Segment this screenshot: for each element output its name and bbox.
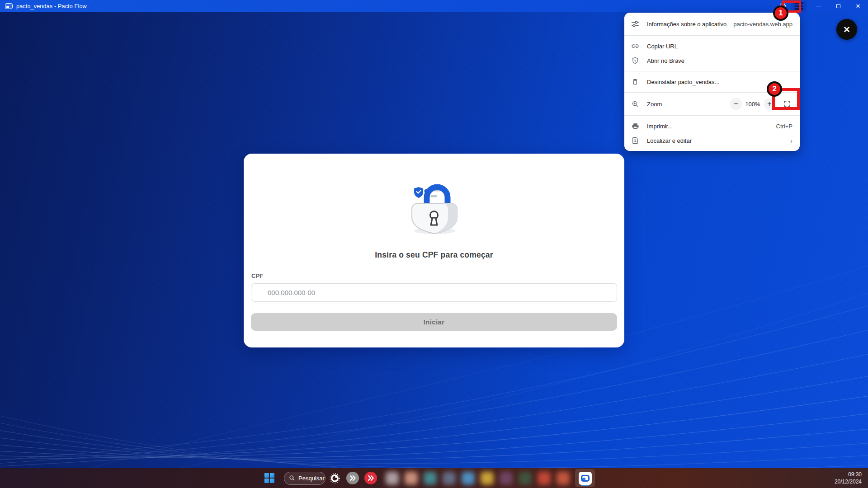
minimize-button[interactable]: [808, 0, 828, 12]
blurred-app-icon[interactable]: [557, 472, 570, 485]
restore-button[interactable]: [828, 0, 848, 12]
taskbar-app-gauge[interactable]: [326, 469, 344, 487]
menu-item-label: Abrir no Brave: [647, 57, 684, 64]
submenu-chevron-icon: ›: [790, 137, 793, 145]
taskbar-clock[interactable]: 09:30 20/12/2024: [835, 468, 862, 488]
gauge-icon: [329, 472, 341, 484]
blurred-app-icon[interactable]: [424, 472, 437, 485]
clock-date: 20/12/2024: [835, 478, 862, 485]
menu-item-label: Desinstalar pacto_vendas...: [647, 79, 719, 85]
taskbar-search[interactable]: Pesquisar: [284, 472, 326, 485]
blurred-app-icon[interactable]: [519, 472, 532, 485]
overlay-close-button[interactable]: ✕: [836, 19, 857, 40]
menu-item-label: Imprimir...: [647, 123, 673, 130]
trash-icon: [631, 78, 639, 86]
windows-logo-icon: [264, 473, 274, 483]
window-titlebar: pacto_vendas - Pacto Flow ✕: [0, 0, 868, 12]
menu-item-label: Localizar e editar: [647, 137, 692, 144]
menu-item-app-info[interactable]: Informações sobre o aplicativo pacto-ven…: [624, 17, 800, 31]
restore-icon: [836, 4, 840, 8]
zoom-level-value: 100%: [742, 101, 764, 108]
blurred-app-icon[interactable]: [500, 472, 513, 485]
annotation-step-badge-2: 2: [767, 81, 782, 97]
blurred-app-icon[interactable]: [386, 472, 399, 485]
menu-item-label: Zoom: [647, 101, 662, 108]
zoom-out-button[interactable]: −: [730, 98, 742, 110]
menu-item-find-edit[interactable]: Localizar e editar ›: [624, 133, 800, 148]
start-button[interactable]: [260, 469, 278, 487]
lock-illustration-wrap: [251, 154, 617, 236]
pacto-red-icon: [364, 472, 377, 484]
login-card: Insira o seu CPF para começar CPF Inicia…: [244, 154, 624, 347]
blurred-app-icon[interactable]: [481, 472, 494, 485]
taskbar-blurred-apps: [382, 472, 572, 485]
start-button[interactable]: Iniciar: [251, 313, 617, 331]
pacto-flow-icon: [579, 472, 592, 485]
link-icon: [631, 42, 639, 50]
blurred-app-icon[interactable]: [443, 472, 456, 485]
padlock-illustration: [398, 176, 470, 236]
menu-item-print[interactable]: Imprimir... Ctrl+P: [624, 119, 800, 133]
menu-item-open-in-brave[interactable]: Abrir no Brave: [624, 53, 800, 68]
taskbar-app-pacto-red[interactable]: [362, 469, 380, 487]
taskbar-app-pacto-gray[interactable]: [344, 469, 362, 487]
active-app-indicator: [581, 485, 589, 486]
find-in-page-icon: [631, 136, 639, 145]
tune-icon: [631, 20, 639, 28]
window-app-icon: [5, 3, 13, 9]
menu-item-label: Copiar URL: [647, 43, 678, 50]
minimize-icon: [816, 6, 821, 7]
close-button[interactable]: ✕: [848, 0, 868, 12]
brave-shield-icon: [631, 56, 639, 65]
blurred-app-icon[interactable]: [462, 472, 475, 485]
card-title: Insira o seu CPF para começar: [251, 250, 617, 260]
menu-item-label: Informações sobre o aplicativo: [647, 21, 726, 28]
taskbar-app-pacto-flow-active[interactable]: [575, 469, 595, 487]
clock-time: 09:30: [848, 471, 862, 478]
cpf-input[interactable]: [251, 283, 617, 302]
zoom-in-icon: [631, 100, 639, 108]
pacto-gray-icon: [346, 472, 359, 484]
search-label: Pesquisar: [298, 475, 325, 482]
annotation-step-badge-1: 1: [773, 5, 788, 21]
cpf-label: CPF: [251, 272, 617, 279]
print-shortcut: Ctrl+P: [776, 123, 793, 130]
printer-icon: [631, 122, 639, 130]
app-origin: pacto-vendas.web.app: [733, 21, 793, 28]
blurred-app-icon[interactable]: [405, 472, 418, 485]
taskbar: Pesquisar 09:30 20/12/2024: [0, 468, 868, 488]
menu-item-copy-url[interactable]: Copiar URL: [624, 39, 800, 53]
search-icon: [289, 475, 295, 481]
blurred-app-icon[interactable]: [538, 472, 551, 485]
window-title: pacto_vendas - Pacto Flow: [16, 3, 87, 9]
